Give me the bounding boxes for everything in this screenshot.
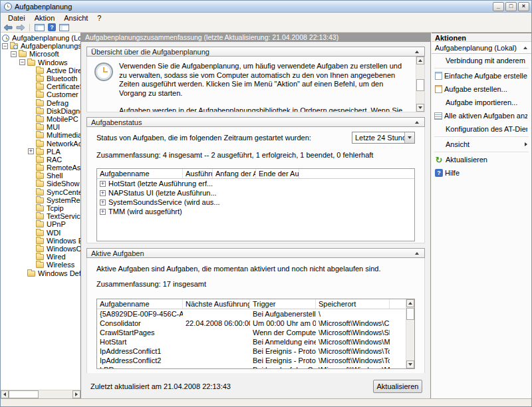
- column-header[interactable]: Ausführu...: [183, 169, 213, 178]
- tree-item[interactable]: Aufgabenplanung (Lokal): [1, 34, 80, 42]
- tree-item[interactable]: MUI: [1, 123, 80, 131]
- menu-aktion[interactable]: Aktion: [30, 14, 60, 22]
- maximize-button[interactable]: □: [505, 2, 517, 11]
- column-header[interactable]: Trigger: [250, 299, 316, 309]
- column-header[interactable]: Aufgabenname: [97, 169, 183, 178]
- tree-item[interactable]: Customer Expe: [1, 90, 80, 98]
- show-action-pane-button[interactable]: [59, 23, 69, 32]
- active-tasks-section-header[interactable]: Aktive Aufgaben: [86, 248, 425, 258]
- plus-expander-icon[interactable]: +: [28, 148, 34, 154]
- scroll-up-button[interactable]: [406, 299, 414, 307]
- scrollbar-thumb[interactable]: [416, 79, 424, 91]
- tree-item[interactable]: MobilePC: [1, 115, 80, 123]
- tree-item[interactable]: WindowsCaler: [1, 245, 80, 253]
- tree-item[interactable]: Multimedia: [1, 131, 80, 139]
- scrollbar-thumb[interactable]: [9, 390, 39, 398]
- tree-item[interactable]: UPnP: [1, 220, 80, 228]
- tree-item[interactable]: Shell: [1, 172, 80, 180]
- minus-expander-icon[interactable]: −: [11, 51, 17, 57]
- tree-item[interactable]: −Microsoft: [1, 50, 80, 58]
- tree-item[interactable]: Active Director: [1, 67, 80, 74]
- active-task-row[interactable]: Consolidator22.04.2008 06:00:00Um 00:00 …: [97, 319, 414, 328]
- tree-item[interactable]: TextServicesFr: [1, 212, 80, 220]
- tree-item[interactable]: Windows Defende: [1, 269, 80, 277]
- tree-item[interactable]: Bluetooth: [1, 74, 80, 82]
- column-header[interactable]: Anfang der Au...: [213, 169, 256, 178]
- column-header[interactable]: Aufgabenname: [97, 299, 183, 309]
- column-header[interactable]: Speicherort: [316, 299, 390, 309]
- tree-item[interactable]: NetworkAcces: [1, 139, 80, 147]
- active-task-row[interactable]: {5A8929DE-00F9-456C-A8AB-703E...Bei Aufg…: [97, 309, 414, 319]
- active-task-row[interactable]: LPRemoveBei Leerlauf des Compu...\Micros…: [97, 365, 414, 369]
- tree-horizontal-scrollbar[interactable]: [1, 390, 80, 398]
- actions-group-header[interactable]: Aufgabenplanung (Lokal): [432, 42, 531, 54]
- tree-item[interactable]: Windows Error: [1, 237, 80, 245]
- scroll-right-button[interactable]: [72, 390, 80, 398]
- tree-item[interactable]: SideShow: [1, 180, 80, 188]
- dropdown-button[interactable]: [404, 132, 414, 143]
- scrollbar-thumb[interactable]: [406, 308, 414, 320]
- forward-button[interactable]: [16, 23, 25, 32]
- active-tasks-scrollbar[interactable]: [406, 299, 414, 368]
- task-status-row[interactable]: +SystemSoundsService (wird aus...: [97, 198, 414, 207]
- action-item[interactable]: Einfache Aufgabe erstellen...: [432, 69, 531, 82]
- overview-scrollbar[interactable]: [416, 57, 424, 112]
- tree-item[interactable]: SystemRestore: [1, 196, 80, 204]
- column-header[interactable]: Nächste Ausführungszeit: [183, 299, 250, 309]
- scroll-down-button[interactable]: [406, 360, 414, 368]
- action-item[interactable]: ?Hilfe: [432, 166, 531, 180]
- action-item[interactable]: ↻Aktualisieren: [432, 153, 531, 166]
- action-item[interactable]: Verbindung mit anderem Comp...: [432, 54, 531, 67]
- back-button[interactable]: [4, 23, 13, 32]
- tree-item[interactable]: Wired: [1, 253, 80, 261]
- menu-ansicht[interactable]: Ansicht: [59, 14, 92, 22]
- menu-hilfe[interactable]: ?: [92, 14, 106, 22]
- action-item[interactable]: Aufgabe erstellen...: [432, 82, 531, 96]
- minus-expander-icon[interactable]: −: [19, 59, 25, 65]
- tree-item[interactable]: Wireless: [1, 261, 80, 269]
- active-task-row[interactable]: IpAddressConflict2Bei Ereignis - Protoko…: [97, 356, 414, 365]
- active-task-row[interactable]: HotStartBei Anmeldung eines Be...\Micros…: [97, 337, 414, 346]
- tree-item[interactable]: CertificateServ: [1, 82, 80, 90]
- tree-item[interactable]: −Windows: [1, 59, 80, 67]
- show-console-tree-button[interactable]: [35, 23, 45, 32]
- plus-expander-icon[interactable]: +: [100, 209, 106, 215]
- collapse-task-status-button[interactable]: [413, 121, 420, 124]
- action-item[interactable]: Ansicht: [432, 138, 531, 151]
- scroll-up-button[interactable]: [416, 57, 424, 65]
- scroll-down-button[interactable]: [416, 104, 424, 112]
- scroll-left-button[interactable]: [1, 390, 9, 398]
- task-status-row[interactable]: +HotStart (letzte Ausführung erf...: [97, 179, 414, 188]
- tree-item[interactable]: Defrag: [1, 99, 80, 107]
- tree-item[interactable]: WDI: [1, 229, 80, 237]
- active-task-row[interactable]: IpAddressConflict1Bei Ereignis - Protoko…: [97, 346, 414, 356]
- minimize-button[interactable]: _: [493, 2, 504, 11]
- collapse-active-tasks-button[interactable]: [413, 252, 420, 255]
- minus-expander-icon[interactable]: −: [2, 43, 8, 49]
- menu-datei[interactable]: Datei: [3, 14, 30, 22]
- tree-item[interactable]: −Aufgabenplanungsbibliot: [1, 42, 80, 50]
- toolbar-help-button[interactable]: ?: [48, 23, 56, 32]
- task-status-section-header[interactable]: Aufgabenstatus: [86, 117, 425, 127]
- column-header[interactable]: Ende der Ausf...: [256, 169, 299, 178]
- refresh-button[interactable]: Aktualisieren: [373, 380, 422, 393]
- plus-expander-icon[interactable]: +: [100, 190, 106, 196]
- collapse-group-icon[interactable]: [523, 47, 527, 49]
- plus-expander-icon[interactable]: +: [100, 181, 106, 187]
- close-button[interactable]: ×: [518, 2, 529, 11]
- action-item[interactable]: Aufgabe importieren...: [432, 96, 531, 109]
- plus-expander-icon[interactable]: +: [100, 200, 106, 205]
- tree-item[interactable]: RAC: [1, 156, 80, 164]
- overview-section-header[interactable]: Übersicht über die Aufgabenplanung: [86, 47, 425, 57]
- tree-item[interactable]: +PLA: [1, 148, 80, 156]
- collapse-overview-button[interactable]: [413, 51, 420, 53]
- tree-item[interactable]: RemoteAssista: [1, 164, 80, 172]
- tree-item[interactable]: Tcpip: [1, 204, 80, 212]
- action-item[interactable]: Alle aktiven Aufgaben anzeigen: [432, 109, 531, 122]
- time-range-select[interactable]: Letzte 24 Stunden: [352, 132, 415, 144]
- task-status-row[interactable]: +NAPStatus UI (letzte Ausführun...: [97, 188, 414, 198]
- tree-item[interactable]: DiskDiagnostic: [1, 107, 80, 115]
- tree-item[interactable]: SyncCenter: [1, 188, 80, 196]
- action-item[interactable]: Konfiguration des AT-Dienstko...: [432, 122, 531, 136]
- task-status-row[interactable]: +TMM (wird ausgeführt): [97, 207, 414, 216]
